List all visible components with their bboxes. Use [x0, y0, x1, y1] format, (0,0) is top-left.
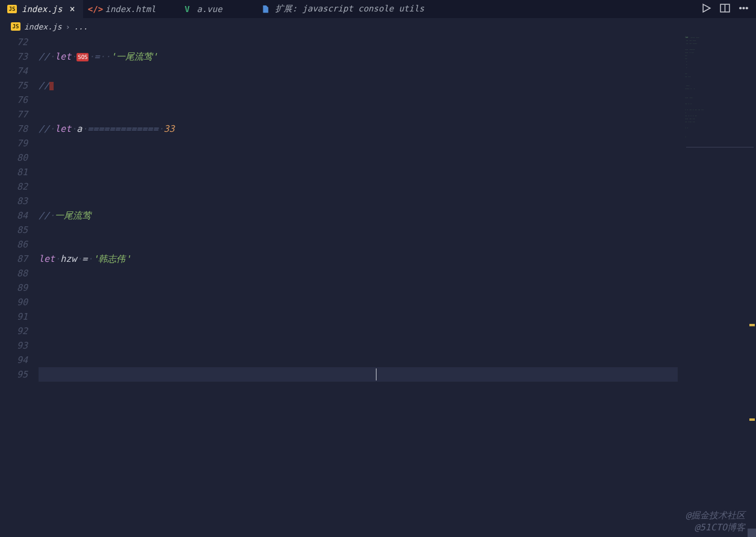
code-line[interactable]: let·hzw·=·'韩志伟'	[39, 252, 756, 266]
token-comment: //	[39, 123, 49, 134]
code-line[interactable]	[39, 353, 756, 367]
token-keyword: let	[55, 123, 71, 134]
token-var: a	[77, 123, 82, 134]
code-line[interactable]	[39, 179, 756, 194]
line-number: 93	[0, 338, 28, 353]
js-icon: JS	[7, 5, 17, 13]
tab-label: a.vue	[197, 4, 222, 14]
token-string: 一尾流莺	[55, 210, 91, 221]
token-string: '韩志伟'	[93, 253, 131, 264]
token-string: '一尾流莺'	[111, 51, 158, 62]
code-line[interactable]	[39, 165, 756, 179]
token-dot: ·	[100, 51, 105, 62]
breadcrumb[interactable]: JS index.js › ...	[0, 18, 756, 35]
code-line[interactable]	[39, 223, 756, 237]
line-number: 75	[0, 78, 28, 93]
run-icon[interactable]	[701, 3, 711, 15]
line-number: 89	[0, 281, 28, 295]
scroll-marker	[749, 324, 755, 326]
watermark-2: @51CTO博客	[695, 522, 745, 533]
code-line[interactable]: //·let·SOS·=··'一尾流莺'	[39, 49, 756, 64]
minimap[interactable]: let ---- --- -- -- --- -- -- ---- --- --…	[684, 35, 756, 504]
token-num: 33	[164, 123, 175, 134]
token-comment: =	[95, 51, 100, 62]
tab-index-html[interactable]: </> index.html	[83, 0, 164, 18]
text-cursor	[376, 368, 376, 380]
token-dot: ·	[89, 51, 94, 62]
line-number: 74	[0, 64, 28, 78]
line-number: 82	[0, 179, 28, 194]
scrollbar-overview[interactable]	[748, 35, 756, 537]
code-line[interactable]	[39, 237, 756, 252]
minimap-content: let ---- --- -- -- --- -- -- ---- --- --…	[685, 36, 752, 138]
line-number: 84	[0, 208, 28, 223]
code-line[interactable]	[39, 309, 756, 324]
line-number: 87	[0, 252, 28, 266]
editor[interactable]: 7273747576777879808182838485868788899091…	[0, 35, 756, 537]
token-dot: ·	[55, 253, 60, 264]
scroll-marker	[749, 418, 755, 421]
code-line[interactable]	[39, 367, 678, 382]
line-number: 91	[0, 309, 28, 324]
vue-icon: V	[183, 4, 192, 14]
token-dot: ·	[158, 123, 164, 134]
svg-point-2	[740, 7, 742, 9]
code-line[interactable]	[39, 64, 756, 78]
code-line[interactable]	[39, 151, 756, 165]
breadcrumb-tail: ...	[73, 22, 87, 31]
code-line[interactable]	[39, 295, 756, 309]
token-var: =	[82, 253, 87, 264]
token-comment: =============	[87, 123, 158, 134]
code-line[interactable]	[39, 107, 756, 122]
line-number: 92	[0, 324, 28, 338]
token-dot: ·	[82, 123, 87, 134]
line-number: 77	[0, 107, 28, 122]
minimap-viewport-edge	[686, 147, 754, 147]
code-line[interactable]: //·let·a·=============·33	[39, 122, 756, 136]
token-keyword: let	[39, 253, 55, 264]
tab-extension[interactable]: 扩展: javascript console utils	[231, 0, 433, 18]
tab-actions	[701, 0, 756, 18]
code-line[interactable]: //·一尾流莺	[39, 208, 756, 223]
line-number: 81	[0, 165, 28, 179]
split-editor-icon[interactable]	[720, 3, 730, 15]
code-line[interactable]	[39, 35, 756, 49]
token-dot: ·	[49, 210, 55, 221]
scrollbar-corner	[748, 529, 756, 537]
line-number: 73	[0, 49, 28, 64]
line-number: 85	[0, 223, 28, 237]
tab-a-vue[interactable]: V a.vue	[164, 0, 231, 18]
token-dot: ·	[49, 123, 55, 134]
line-number: 78	[0, 122, 28, 136]
token-dot: ·	[71, 123, 77, 134]
code-line[interactable]	[39, 324, 756, 338]
token-reddot	[49, 82, 54, 90]
code-line[interactable]	[39, 266, 756, 281]
token-comment: //	[39, 210, 49, 221]
token-comment: //	[39, 80, 49, 91]
token-dot: ·	[87, 253, 93, 264]
tab-index-js[interactable]: JS index.js ×	[0, 0, 83, 18]
close-icon[interactable]: ×	[67, 4, 75, 14]
token-keyword: let	[55, 51, 71, 62]
token-dot: ·	[105, 51, 111, 62]
line-number: 76	[0, 93, 28, 107]
tab-bar: JS index.js × </> index.html V a.vue 扩展:…	[0, 0, 756, 18]
code-line[interactable]	[39, 281, 756, 295]
code-line[interactable]	[39, 93, 756, 107]
html-icon: </>	[90, 4, 100, 14]
code-line[interactable]: //	[39, 78, 756, 93]
code-area[interactable]: //·let·SOS·=··'一尾流莺'////·let·a·=========…	[39, 35, 756, 537]
line-number: 79	[0, 136, 28, 151]
code-line[interactable]	[39, 194, 756, 208]
line-number: 72	[0, 35, 28, 49]
code-line[interactable]	[39, 338, 756, 353]
token-comment: //	[39, 51, 49, 62]
token-dot: ·	[71, 51, 77, 62]
token-dot: ·	[49, 51, 55, 62]
svg-point-4	[746, 7, 748, 9]
code-line[interactable]	[39, 136, 756, 151]
breadcrumb-file: index.js	[24, 22, 62, 31]
more-icon[interactable]	[739, 3, 749, 15]
token-dot: ·	[77, 253, 82, 264]
